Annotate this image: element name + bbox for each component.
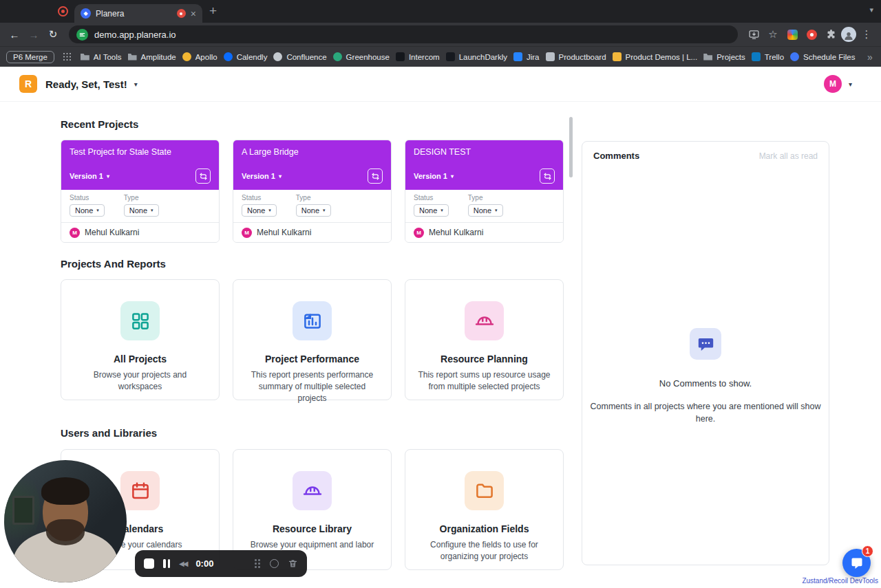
extensions-puzzle-icon[interactable] bbox=[822, 29, 840, 41]
chat-launcher-button[interactable]: 1 bbox=[842, 549, 871, 577]
status-select[interactable]: None ▾ bbox=[70, 204, 105, 217]
type-select[interactable]: None ▾ bbox=[296, 204, 331, 217]
section-heading-projects-and-reports: Projects And Reports bbox=[61, 258, 564, 270]
tab-search-chevron-icon[interactable]: ▾ bbox=[869, 6, 873, 14]
recording-options-icon[interactable] bbox=[270, 559, 279, 568]
workflow-button[interactable] bbox=[368, 168, 383, 184]
jira-favicon bbox=[513, 52, 522, 61]
project-performance-card[interactable]: Project Performance This report presents… bbox=[233, 279, 392, 400]
restart-recording-icon[interactable]: ◀◀ bbox=[179, 560, 187, 567]
project-card-body: Status None ▾ Type None ▾ bbox=[405, 190, 563, 222]
user-avatar[interactable]: M bbox=[824, 75, 842, 93]
back-button[interactable]: ← bbox=[6, 29, 23, 41]
card-title: Resource Library bbox=[233, 523, 391, 534]
version-select[interactable]: Version 1 ▾ bbox=[242, 172, 282, 180]
project-card[interactable]: Test Project for Stale State Version 1 ▾… bbox=[61, 140, 220, 243]
bookmarks-overflow-icon[interactable]: » bbox=[859, 47, 881, 67]
bookmark-star-icon[interactable]: ☆ bbox=[764, 28, 782, 41]
bookmark-greenhouse[interactable]: Greenhouse bbox=[333, 52, 390, 61]
all-projects-card[interactable]: All Projects Browse your projects and wo… bbox=[61, 279, 220, 400]
address-bar[interactable]: demo.app.planera.io bbox=[69, 25, 738, 43]
mark-all-read-button[interactable]: Mark all as read bbox=[759, 151, 818, 161]
schedule-files-favicon bbox=[790, 52, 799, 61]
pause-recording-button[interactable] bbox=[163, 559, 170, 568]
install-app-icon[interactable] bbox=[745, 29, 763, 41]
chevron-down-icon: ▾ bbox=[107, 173, 109, 179]
status-label: Status bbox=[414, 194, 449, 202]
bookmark-product-demos[interactable]: Product Demos | L... bbox=[613, 52, 698, 61]
section-heading-recent-projects: Recent Projects bbox=[61, 118, 564, 130]
extension-blue-icon[interactable] bbox=[783, 30, 801, 40]
project-card-footer: M Mehul Kulkarni bbox=[61, 222, 219, 242]
intercom-favicon bbox=[396, 52, 405, 61]
resource-planning-card[interactable]: Resource Planning This report sums up re… bbox=[405, 279, 564, 400]
version-select[interactable]: Version 1 ▾ bbox=[414, 172, 454, 180]
tab-strip: ◆ Planera × + ▾ bbox=[0, 0, 881, 23]
bookmark-confluence[interactable]: Confluence bbox=[273, 52, 326, 61]
bookmark-calendly[interactable]: Calendly bbox=[224, 52, 268, 61]
bookmark-projects[interactable]: Projects bbox=[703, 52, 745, 61]
comments-empty-description: Comments in all projects where you are m… bbox=[590, 400, 821, 425]
merge-icon bbox=[543, 172, 552, 181]
browser-profile-avatar[interactable] bbox=[841, 27, 856, 42]
webcam-overlay[interactable] bbox=[4, 460, 127, 582]
project-card[interactable]: DESIGN TEST Version 1 ▾ Status bbox=[405, 140, 564, 243]
comments-empty-icon bbox=[690, 328, 721, 360]
version-label: Version 1 bbox=[242, 172, 275, 180]
apps-grid-icon[interactable] bbox=[63, 53, 72, 61]
chevron-down-icon: ▾ bbox=[440, 208, 443, 213]
project-card-header: Test Project for Stale State Version 1 ▾ bbox=[61, 140, 219, 190]
bookmark-schedule-files[interactable]: Schedule Files bbox=[790, 52, 855, 61]
stop-recording-button[interactable] bbox=[144, 558, 154, 569]
bookmark-label: Calendly bbox=[237, 53, 268, 61]
chevron-down-icon[interactable]: ▾ bbox=[134, 80, 138, 88]
recording-timer: 0:00 bbox=[195, 558, 213, 569]
bookmark-ai-tools[interactable]: AI Tools bbox=[81, 52, 122, 61]
bookmark-launchdarkly[interactable]: LaunchDarkly bbox=[446, 52, 507, 61]
type-select[interactable]: None ▾ bbox=[124, 204, 159, 217]
confluence-favicon bbox=[273, 52, 282, 61]
app-header: R Ready, Set, Test! ▾ M ▾ bbox=[0, 67, 881, 102]
bookmark-amplitude[interactable]: Amplitude bbox=[128, 52, 176, 61]
devtools-label[interactable]: Zustand/Recoil DevTools bbox=[802, 577, 878, 585]
delete-recording-icon[interactable] bbox=[288, 558, 298, 569]
browser-toolbar: ← → ↻ demo.app.planera.io ☆ ⋮ bbox=[0, 23, 881, 46]
status-label: Status bbox=[70, 194, 105, 202]
status-select[interactable]: None ▾ bbox=[242, 204, 277, 217]
status-select[interactable]: None ▾ bbox=[414, 204, 449, 217]
project-card-footer: M Mehul Kulkarni bbox=[233, 222, 391, 242]
version-select[interactable]: Version 1 ▾ bbox=[70, 172, 109, 180]
chevron-down-icon[interactable]: ▾ bbox=[849, 80, 852, 88]
organization-fields-card[interactable]: Organization Fields Configure the fields… bbox=[405, 449, 564, 570]
scrollbar-thumb[interactable] bbox=[569, 117, 573, 177]
product-demos-favicon bbox=[613, 52, 622, 61]
workflow-button[interactable] bbox=[540, 168, 555, 184]
tab-group-chip[interactable]: P6 Merge bbox=[6, 51, 54, 63]
type-label: Type bbox=[124, 194, 159, 202]
chevron-down-icon: ▾ bbox=[268, 208, 271, 213]
browser-menu-icon[interactable]: ⋮ bbox=[858, 28, 875, 41]
bookmark-productboard[interactable]: Productboard bbox=[546, 52, 606, 61]
bookmark-jira[interactable]: Jira bbox=[513, 52, 540, 61]
bookmark-trello[interactable]: Trello bbox=[752, 52, 784, 61]
type-label: Type bbox=[468, 194, 503, 202]
project-card[interactable]: A Large Bridge Version 1 ▾ Status bbox=[233, 140, 392, 243]
extension-red-icon[interactable] bbox=[803, 30, 820, 40]
webcam-person bbox=[41, 477, 89, 505]
bookmark-intercom[interactable]: Intercom bbox=[396, 52, 440, 61]
site-identity-icon[interactable] bbox=[76, 29, 88, 41]
workspace-name: Ready, Set, Test! bbox=[45, 78, 127, 90]
reload-button[interactable]: ↻ bbox=[44, 28, 62, 41]
bookmark-apollo[interactable]: Apollo bbox=[182, 52, 217, 61]
forward-button[interactable]: → bbox=[25, 29, 43, 41]
drag-handle-icon[interactable] bbox=[255, 559, 261, 568]
folder-icon bbox=[81, 52, 89, 61]
new-tab-button[interactable]: + bbox=[209, 3, 217, 19]
tab-close-icon[interactable]: × bbox=[191, 9, 196, 19]
card-description: Configure the fields to use for organizi… bbox=[405, 539, 563, 563]
project-card-header: DESIGN TEST Version 1 ▾ bbox=[405, 140, 563, 190]
recording-indicator-icon[interactable] bbox=[58, 6, 68, 17]
type-select[interactable]: None ▾ bbox=[468, 204, 503, 217]
browser-tab[interactable]: ◆ Planera × bbox=[74, 4, 202, 23]
workflow-button[interactable] bbox=[195, 168, 211, 184]
